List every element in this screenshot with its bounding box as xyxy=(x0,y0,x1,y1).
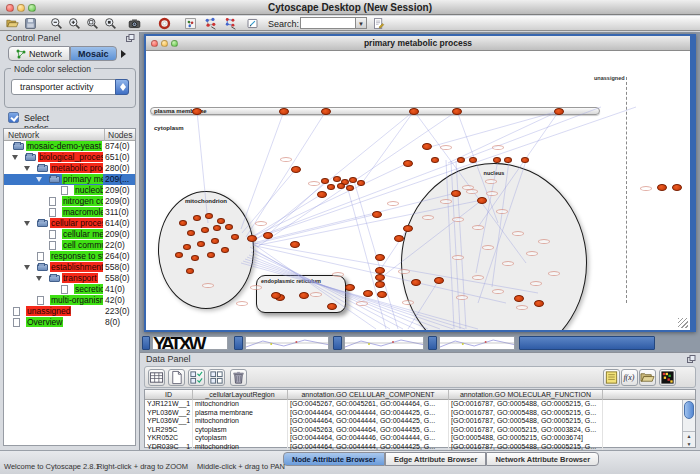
graph-node[interactable] xyxy=(377,291,387,298)
table-cell[interactable]: mitochondrion xyxy=(193,400,288,409)
graph-node[interactable] xyxy=(346,185,354,191)
graph-node[interactable] xyxy=(205,213,213,219)
tree-row[interactable]: cellular process614(0) xyxy=(4,218,135,229)
tree-row[interactable]: unassigned223(0) xyxy=(4,306,135,317)
graph-node[interactable] xyxy=(431,157,439,163)
graph-node[interactable] xyxy=(225,224,233,230)
select-nodes-checkbox[interactable] xyxy=(8,112,19,123)
expander-icon[interactable] xyxy=(24,221,30,226)
graph-node[interactable] xyxy=(434,277,444,284)
graph-node[interactable] xyxy=(221,247,229,253)
table-column-header[interactable]: _cellularLayoutRegion xyxy=(193,390,288,400)
zoom-out-icon[interactable] xyxy=(50,17,63,30)
graph-node[interactable] xyxy=(457,157,465,163)
tree-row[interactable]: macromolecule311(0) xyxy=(4,207,135,218)
graph-node[interactable] xyxy=(186,268,194,274)
tab-network-attribute-browser[interactable]: Network Attribute Browser xyxy=(486,452,599,466)
table-cell[interactable]: [GO:0005488, GO:0005215, GO:0003674] xyxy=(449,434,603,443)
network-canvas[interactable]: plasma membranecytoplasmnucleusmitochond… xyxy=(146,51,690,330)
graph-node[interactable] xyxy=(279,108,289,115)
snapshot-icon[interactable] xyxy=(128,17,141,30)
tree-row[interactable]: cell communicat22(0) xyxy=(4,240,135,251)
attribute-editor-icon[interactable] xyxy=(372,17,385,30)
expander-icon[interactable] xyxy=(24,265,30,270)
graph-node[interactable] xyxy=(175,252,183,258)
graph-node[interactable] xyxy=(469,157,477,163)
graph-node[interactable] xyxy=(211,238,219,244)
tree-col-nodes[interactable]: Nodes xyxy=(104,129,135,141)
expander-icon[interactable] xyxy=(36,177,42,182)
graph-node[interactable] xyxy=(217,218,225,224)
table-cell[interactable]: [GO:0044464, GO:0044444, GO:0044425, G..… xyxy=(288,409,449,418)
tab-mosaic[interactable]: Mosaic xyxy=(70,46,117,61)
table-cell[interactable]: YPL036W__1 xyxy=(145,417,193,426)
graph-node[interactable] xyxy=(363,290,373,297)
table-row[interactable]: YPL036W__1mitochondrion[GO:0044464, GO:0… xyxy=(145,417,695,426)
graph-node[interactable] xyxy=(409,108,419,115)
graph-node[interactable] xyxy=(554,108,564,115)
table-cell[interactable]: [GO:0045263, GO:0044464, GO:0044455, G..… xyxy=(288,426,449,435)
graph-node[interactable] xyxy=(452,108,462,115)
network-window-titlebar[interactable]: primary metabolic process xyxy=(146,36,690,51)
tree-row[interactable]: transport558(0) xyxy=(4,273,135,284)
node-color-combobox[interactable]: transporter activity xyxy=(11,79,129,95)
graph-node[interactable] xyxy=(477,197,487,204)
minimized-window-titlebar[interactable] xyxy=(142,336,150,350)
graph-node[interactable] xyxy=(191,255,199,261)
graph-node[interactable] xyxy=(317,191,327,198)
network-from-selected-edges-icon[interactable] xyxy=(224,17,237,30)
graph-node[interactable] xyxy=(357,180,365,186)
tree-row[interactable]: nucleobase-209(0) xyxy=(4,185,135,196)
annotation-icon[interactable] xyxy=(246,17,259,30)
graph-node[interactable] xyxy=(192,108,202,115)
table-row[interactable]: YPL036W__2plasma membrane[GO:0044464, GO… xyxy=(145,409,695,418)
table-cell[interactable]: YKR052C xyxy=(145,434,193,443)
float-panel-icon[interactable] xyxy=(126,34,135,43)
graph-node[interactable] xyxy=(291,166,301,173)
tree-row[interactable]: establishment of lo558(0) xyxy=(4,262,135,273)
minimized-window-thumbnail[interactable] xyxy=(439,336,515,350)
minimized-window-titlebar[interactable] xyxy=(519,336,655,350)
window-titlebar[interactable]: Cytoscape Desktop (New Session) xyxy=(0,0,700,15)
new-network-icon[interactable] xyxy=(184,17,197,30)
table-cell[interactable]: YJR121W__1 xyxy=(145,400,193,409)
minimized-window-titlebar[interactable] xyxy=(234,336,243,350)
open-icon[interactable] xyxy=(6,17,19,30)
new-attribute-icon[interactable] xyxy=(168,369,185,386)
graph-node[interactable] xyxy=(403,160,413,167)
scrollbar-buttons[interactable]: ▲▼ xyxy=(683,431,695,447)
graph-node[interactable] xyxy=(321,108,331,115)
table-column-header[interactable]: ID xyxy=(145,390,193,400)
graph-node[interactable] xyxy=(534,300,544,307)
graph-node[interactable] xyxy=(375,281,385,288)
graph-node[interactable] xyxy=(337,183,345,189)
graph-node[interactable] xyxy=(321,178,329,184)
zoom-selected-icon[interactable] xyxy=(86,17,99,30)
graph-node[interactable] xyxy=(451,190,461,197)
search-input[interactable] xyxy=(300,17,356,29)
graph-node[interactable] xyxy=(493,157,501,163)
graph-node[interactable] xyxy=(197,241,205,247)
table-row[interactable]: YLR295Ccytoplasm[GO:0045263, GO:0044464,… xyxy=(145,426,695,435)
table-cell[interactable]: YPL036W__2 xyxy=(145,409,193,418)
expander-icon[interactable] xyxy=(24,166,30,171)
graph-node[interactable] xyxy=(213,225,221,231)
graph-node[interactable] xyxy=(375,267,385,274)
expander-icon[interactable] xyxy=(12,155,18,160)
tree-row[interactable]: response to stimulu264(0) xyxy=(4,251,135,262)
tree-row[interactable]: cellular metabol209(0) xyxy=(4,229,135,240)
tree-row[interactable]: metabolic process280(0) xyxy=(4,163,135,174)
minimized-window-thumbnail[interactable] xyxy=(344,336,424,350)
table-cell[interactable]: [GO:0016787, GO:0005215, GO:0003824, G..… xyxy=(449,426,603,435)
table-column-header[interactable]: annotation.GO CELLULAR_COMPONENT xyxy=(288,390,449,400)
table-cell[interactable]: cytoplasm xyxy=(193,434,288,443)
tree-row[interactable]: biological_process651(0) xyxy=(4,152,135,163)
graph-node[interactable] xyxy=(207,252,215,258)
table-mode-icon[interactable] xyxy=(148,369,165,386)
graph-node[interactable] xyxy=(504,157,512,163)
graph-node[interactable] xyxy=(349,177,357,183)
graph-node[interactable] xyxy=(327,184,335,190)
tabs-overflow-arrow-icon[interactable] xyxy=(121,50,126,58)
graph-node[interactable] xyxy=(263,232,273,239)
graph-node[interactable] xyxy=(299,292,309,299)
